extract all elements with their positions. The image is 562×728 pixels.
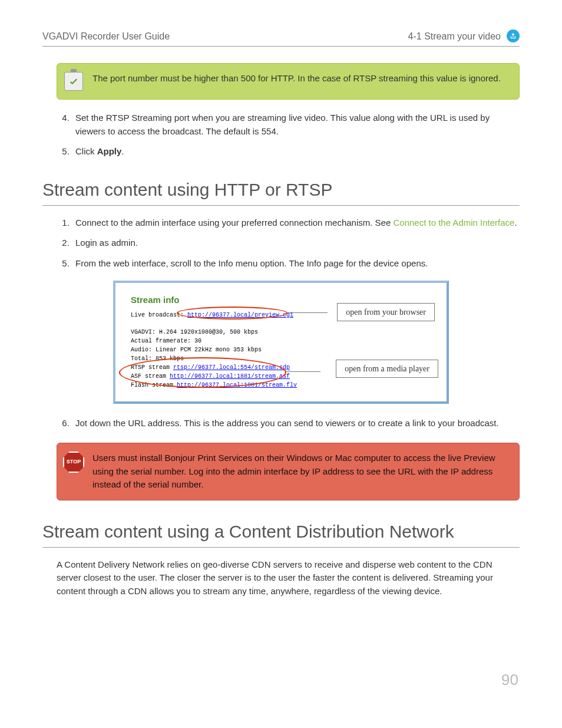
clipboard-check-icon [64,72,83,91]
step-b1: Connect to the admin interface using you… [72,216,520,230]
apply-label: Apply [97,146,122,156]
step-b6: Jot down the URL address. This is the ad… [72,417,520,430]
annotation-circle-icon [119,357,286,388]
page-number: 90 [501,668,518,691]
share-icon[interactable] [507,29,520,42]
step-5: Click Apply. [72,145,520,159]
stop-callout: STOP Users must install Bonjour Print Se… [57,443,520,500]
step-list-c: Jot down the URL address. This is the ad… [72,417,520,430]
step-4: Set the RTSP Streaming port when you are… [72,111,520,138]
callout-connector-icon [287,312,328,313]
stream-info-screenshot: Stream info Live broadcast: http://96377… [113,281,449,404]
annotation-circle-icon [177,307,287,319]
header-left: VGADVI Recorder User Guide [42,29,170,44]
heading-http-rtsp: Stream content using HTTP or RTSP [42,176,520,206]
callout-media-player: open from a media player [336,360,438,378]
note-callout: The port number must be higher than 500 … [57,63,520,100]
step-b2: Login as admin. [72,236,520,250]
page-header: VGADVI Recorder User Guide 4-1 Stream yo… [42,29,520,47]
step-b5: From the web interface, scroll to the In… [72,257,520,271]
stop-text: Users must install Bonjour Print Service… [92,452,508,492]
step-list-a: Set the RTSP Streaming port when you are… [72,111,520,159]
callout-browser: open from your browser [337,303,435,321]
stop-icon: STOP [63,452,84,473]
admin-interface-link[interactable]: Connect to the Admin Interface [393,218,514,228]
step-list-b: Connect to the admin interface using you… [72,216,520,271]
callout-connector-icon [286,371,320,372]
header-right: 4-1 Stream your video [408,29,501,44]
heading-cdn: Stream content using a Content Distribut… [42,518,520,548]
note-text: The port number must be higher than 500 … [92,72,501,85]
cdn-paragraph: A Content Delivery Network relies on geo… [57,558,503,598]
